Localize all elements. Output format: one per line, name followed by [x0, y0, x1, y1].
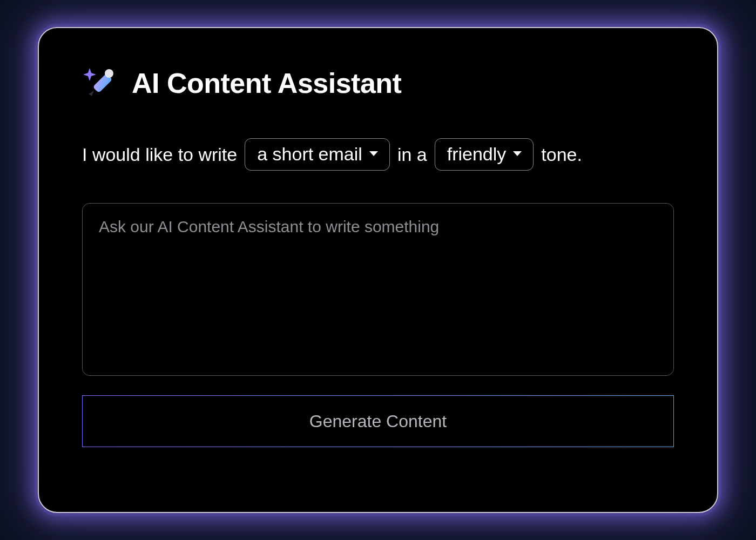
sentence-prefix: I would like to write: [82, 141, 237, 168]
assistant-card: AI Content Assistant I would like to wri…: [38, 27, 718, 513]
page-title: AI Content Assistant: [132, 67, 401, 99]
generate-button[interactable]: Generate Content: [82, 395, 674, 447]
content-type-value: a short email: [257, 142, 362, 166]
prompt-input[interactable]: [82, 203, 674, 376]
prompt-sentence: I would like to write a short email in a…: [82, 138, 674, 171]
tone-select[interactable]: friendly: [435, 138, 534, 171]
sentence-mid: in a: [397, 141, 427, 168]
chevron-down-icon: [369, 151, 379, 157]
tone-value: friendly: [447, 142, 507, 166]
chevron-down-icon: [512, 151, 522, 157]
header: AI Content Assistant: [82, 66, 674, 100]
svg-point-1: [105, 69, 113, 78]
sentence-suffix: tone.: [541, 141, 582, 168]
magic-pencil-icon: [82, 66, 117, 100]
content-type-select[interactable]: a short email: [245, 138, 390, 171]
